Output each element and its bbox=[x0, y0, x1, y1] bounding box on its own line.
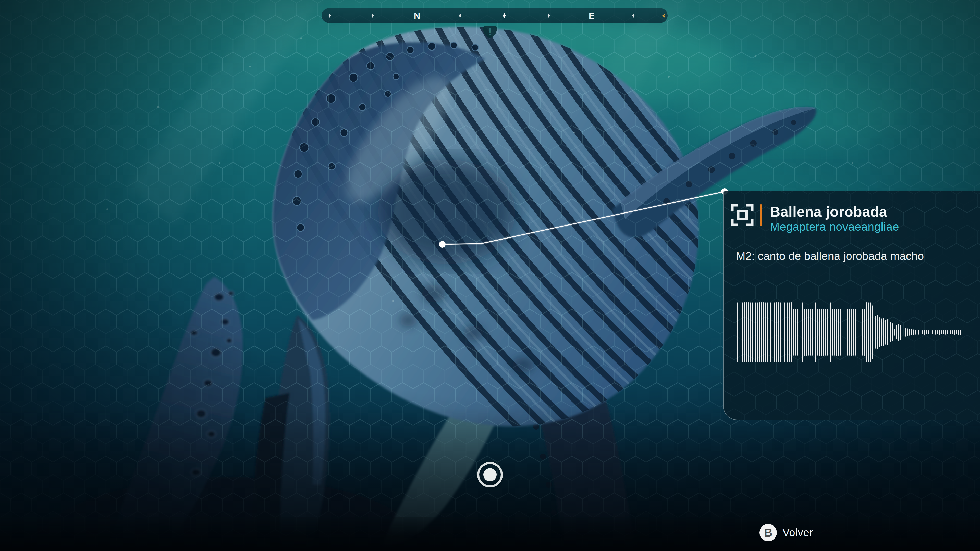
waveform-bar bbox=[941, 330, 942, 334]
waveform-bar bbox=[847, 309, 848, 356]
back-button-label: Volver bbox=[783, 527, 813, 539]
waveform-bar bbox=[921, 330, 921, 334]
waveform-bar bbox=[891, 322, 891, 342]
game-screen: N E ! bbox=[0, 0, 980, 551]
waveform-bar bbox=[861, 309, 861, 356]
waveform-bar bbox=[757, 302, 758, 362]
waveform-bar bbox=[791, 302, 792, 362]
waveform-bar bbox=[953, 330, 953, 334]
waveform-bar bbox=[767, 302, 768, 362]
waveform-bar bbox=[900, 325, 900, 340]
waveform-bar bbox=[818, 309, 818, 356]
waveform-bar bbox=[857, 302, 858, 362]
waveform-bar bbox=[778, 302, 779, 362]
waveform-bar bbox=[789, 302, 790, 362]
waveform-bar bbox=[819, 309, 820, 356]
waveform-bar bbox=[850, 309, 850, 356]
waveform-bar bbox=[746, 302, 747, 362]
waveform-bar bbox=[802, 302, 803, 362]
callout-anchor-dot bbox=[439, 241, 445, 248]
waveform-bar bbox=[894, 329, 895, 336]
audio-waveform bbox=[737, 302, 961, 362]
waveform-bar bbox=[915, 330, 916, 335]
reticle-center-dot bbox=[484, 468, 496, 481]
waveform-bar bbox=[956, 330, 957, 334]
waveform-bar bbox=[840, 309, 841, 356]
waveform-bar bbox=[873, 314, 874, 351]
waveform-bar bbox=[830, 302, 831, 362]
waveform-bar bbox=[896, 325, 897, 339]
waveform-bar bbox=[823, 309, 824, 356]
waveform-bar bbox=[889, 321, 889, 344]
waveform-bar bbox=[926, 330, 927, 334]
waveform-bar bbox=[795, 309, 796, 356]
waveform-bar bbox=[797, 309, 797, 356]
waveform-bar bbox=[866, 302, 867, 362]
waveform-bar bbox=[851, 309, 852, 356]
waveform-bar bbox=[754, 302, 754, 362]
waveform-bar bbox=[750, 302, 751, 362]
waveform-bar bbox=[960, 330, 961, 335]
waveform-bar bbox=[943, 330, 944, 334]
waveform-bar bbox=[842, 302, 842, 362]
waveform-bar bbox=[804, 309, 805, 356]
accent-divider bbox=[760, 204, 762, 226]
panel-header: Ballena jorobada Megaptera novaeangliae bbox=[731, 204, 899, 233]
waveform-bar bbox=[870, 302, 870, 362]
waveform-bar bbox=[930, 330, 931, 335]
waveform-bar bbox=[887, 319, 888, 345]
waveform-bar bbox=[752, 302, 752, 362]
waveform-bar bbox=[954, 330, 955, 335]
waveform-bar bbox=[922, 330, 923, 334]
waveform-bar bbox=[810, 309, 811, 356]
waveform-bar bbox=[879, 318, 880, 347]
waveform-bar bbox=[855, 309, 856, 356]
waveform-bar bbox=[898, 324, 899, 341]
waveform-bar bbox=[907, 328, 908, 336]
waveform-bar bbox=[932, 330, 932, 334]
waveform-bar bbox=[786, 302, 786, 362]
waveform-bar bbox=[814, 302, 815, 362]
waveform-bar bbox=[883, 318, 884, 346]
waveform-bar bbox=[742, 302, 743, 362]
waveform-bar bbox=[859, 302, 859, 362]
waveform-bar bbox=[845, 309, 846, 356]
waveform-bar bbox=[815, 302, 816, 362]
waveform-bar bbox=[902, 326, 902, 338]
waveform-bar bbox=[808, 309, 809, 356]
waveform-bar bbox=[780, 302, 781, 362]
waveform-bar bbox=[769, 302, 770, 362]
gamepad-b-key-icon[interactable]: B bbox=[759, 524, 777, 541]
waveform-bar bbox=[773, 302, 773, 362]
waveform-bar bbox=[917, 330, 918, 334]
waveform-bar bbox=[788, 302, 788, 362]
waveform-bar bbox=[800, 302, 801, 362]
waveform-bar bbox=[741, 302, 741, 362]
waveform-bar bbox=[844, 302, 845, 362]
waveform-bar bbox=[770, 302, 771, 362]
waveform-bar bbox=[909, 329, 910, 336]
waveform-bar bbox=[744, 302, 745, 362]
back-button[interactable]: B Volver bbox=[759, 524, 813, 541]
waveform-bar bbox=[836, 309, 837, 356]
waveform-bar bbox=[784, 302, 784, 362]
waveform-bar bbox=[748, 302, 749, 362]
waveform-bar bbox=[774, 302, 775, 362]
waveform-bar bbox=[759, 302, 760, 362]
waveform-bar bbox=[756, 302, 756, 362]
waveform-bar bbox=[782, 302, 783, 362]
waveform-bar bbox=[832, 309, 833, 356]
waveform-bar bbox=[945, 330, 945, 335]
waveform-bar bbox=[958, 330, 959, 335]
waveform-bar bbox=[872, 305, 873, 359]
waveform-bar bbox=[737, 302, 738, 362]
waveform-bar bbox=[939, 330, 940, 335]
waveform-bar bbox=[934, 330, 934, 334]
waveform-bar bbox=[875, 316, 876, 349]
waveform-bar bbox=[763, 302, 764, 362]
waveform-bar bbox=[911, 329, 912, 335]
waveform-bar bbox=[928, 330, 929, 334]
waveform-bar bbox=[862, 309, 863, 356]
waveform-bar bbox=[913, 329, 914, 335]
waveform-bar bbox=[892, 323, 893, 341]
